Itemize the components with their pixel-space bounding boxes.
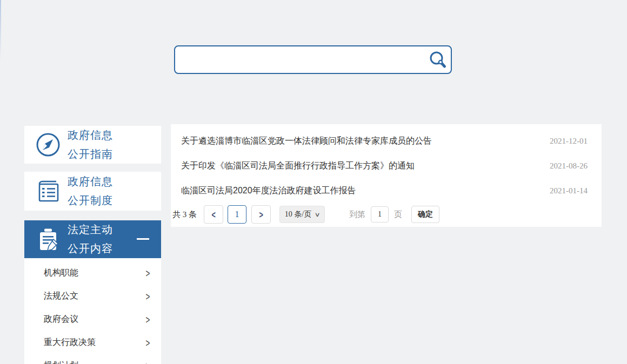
search-button[interactable]: [425, 46, 451, 73]
chevron-down-icon: ∨: [315, 211, 321, 218]
chevron-right-icon: >: [146, 267, 150, 279]
pagination: 共 3 条 < 1 > 10 条/页 ∨ 到第 页 确定: [171, 205, 602, 224]
chevron-right-icon: >: [146, 290, 150, 302]
article-row: 临淄区司法局2020年度法治政府建设工作报告 2021-01-14: [171, 178, 602, 203]
article-link[interactable]: 关于印发《临淄区司法局全面推行行政指导工作方案》的通知: [181, 160, 415, 172]
goto-page-prefix: 到第: [349, 210, 365, 220]
chevron-right-icon: >: [146, 313, 150, 326]
article-row: 关于印发《临淄区司法局全面推行行政指导工作方案》的通知 2021-08-26: [171, 153, 602, 178]
submenu-item-major-decisions[interactable]: 重大行政决策 >: [24, 331, 161, 354]
sidebar-item-label: 政府信息 公开指南: [68, 126, 113, 164]
submenu-item-gov-meetings[interactable]: 政府会议 >: [24, 308, 161, 331]
sidebar-item-statutory-disclosure[interactable]: 法定主动 公开内容: [24, 220, 161, 258]
article-date: 2021-08-26: [550, 161, 588, 171]
chevron-right-icon: >: [259, 209, 263, 220]
decorative-edge-line: [0, 0, 1, 60]
confirm-button[interactable]: 确定: [411, 206, 439, 223]
goto-page-input[interactable]: [371, 206, 389, 223]
article-row: 关于遴选淄博市临淄区党政一体法律顾问和法律专家库成员的公告 2021-12-01: [171, 129, 602, 153]
submenu-item-label: 政府会议: [44, 314, 78, 325]
submenu-item-org-functions[interactable]: 机构职能 >: [24, 261, 161, 285]
sidebar-item-label: 政府信息 公开制度: [68, 172, 113, 210]
submenu-item-plans[interactable]: 规划计划 >: [24, 354, 161, 364]
minus-icon: [137, 238, 149, 240]
pagination-total: 共 3 条: [172, 210, 197, 220]
sidebar-item-disclosure-guide[interactable]: 政府信息 公开指南: [24, 126, 161, 164]
submenu-item-label: 机构职能: [44, 267, 78, 279]
compass-icon: [34, 131, 62, 158]
sidebar-item-label: 法定主动 公开内容: [68, 220, 113, 258]
search-bar: [174, 45, 452, 74]
article-list-panel: 关于遴选淄博市临淄区党政一体法律顾问和法律专家库成员的公告 2021-12-01…: [171, 124, 602, 227]
notebook-icon: [34, 178, 62, 205]
page-size-select[interactable]: 10 条/页 ∨: [279, 206, 325, 223]
article-date: 2021-01-14: [550, 186, 588, 196]
article-link[interactable]: 关于遴选淄博市临淄区党政一体法律顾问和法律专家库成员的公告: [181, 136, 432, 147]
page-1-button[interactable]: 1: [228, 205, 246, 224]
sidebar-item-disclosure-system[interactable]: 政府信息 公开制度: [24, 172, 161, 211]
sidebar: 政府信息 公开指南 政府信息 公开制度: [24, 126, 161, 364]
goto-page-suffix: 页: [394, 210, 402, 220]
chevron-left-icon: <: [211, 209, 215, 220]
clipboard-pencil-icon: [34, 227, 62, 252]
chevron-right-icon: >: [146, 360, 150, 364]
article-link[interactable]: 临淄区司法局2020年度法治政府建设工作报告: [181, 185, 356, 197]
prev-page-button[interactable]: <: [204, 205, 223, 224]
submenu-item-label: 法规公文: [44, 291, 78, 302]
submenu-item-regulations[interactable]: 法规公文 >: [24, 285, 161, 308]
magnifier-icon: [428, 50, 448, 70]
chevron-right-icon: >: [146, 336, 150, 349]
search-input[interactable]: [175, 46, 425, 73]
submenu-item-label: 重大行政决策: [44, 337, 96, 348]
sidebar-submenu: 机构职能 > 法规公文 > 政府会议 > 重大行政决策 > 规划计划 >: [24, 258, 161, 364]
page-size-value: 10 条/页: [285, 210, 311, 219]
next-page-button[interactable]: >: [251, 205, 271, 224]
submenu-item-label: 规划计划: [44, 360, 78, 364]
article-date: 2021-12-01: [550, 137, 588, 146]
